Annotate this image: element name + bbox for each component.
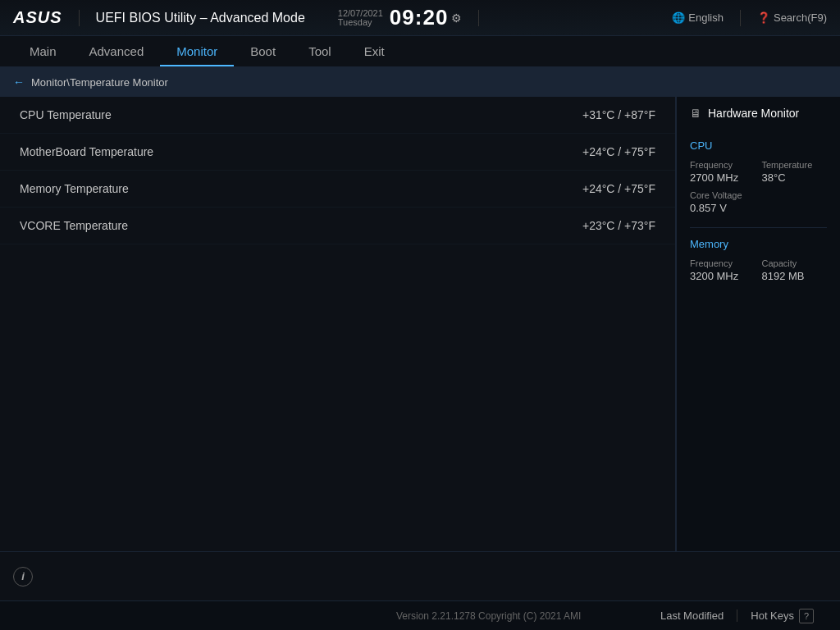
cpu-temperature-label: Temperature [762, 160, 828, 170]
time-row: 09:20 ⚙ [390, 6, 463, 30]
search-button[interactable]: ❓ Search(F9) [757, 11, 827, 24]
memory-capacity-label: Capacity [762, 258, 828, 268]
memory-frequency-label: Frequency [690, 258, 756, 268]
temperature-panel: CPU Temperature +31°C / +87°F MotherBoar… [0, 97, 676, 551]
motherboard-temperature-row: MotherBoard Temperature +24°C / +75°F [0, 134, 675, 171]
settings-icon[interactable]: ⚙ [451, 11, 462, 25]
tab-main[interactable]: Main [13, 38, 73, 66]
hot-keys-button[interactable]: Hot Keys ? [737, 609, 827, 623]
cpu-stats: Frequency 2700 MHz Temperature 38°C Core… [690, 160, 827, 214]
asus-logo-text: ASUS [13, 8, 62, 27]
cpu-temperature-value: 38°C [762, 171, 828, 184]
cpu-core-voltage-stat: Core Voltage 0.857 V [690, 190, 756, 214]
header-divider-3 [740, 10, 741, 26]
header: ASUS UEFI BIOS Utility – Advanced Mode 1… [0, 0, 840, 36]
footer-right: Last Modified Hot Keys ? [647, 609, 827, 623]
tab-boot[interactable]: Boot [234, 38, 292, 66]
cpu-frequency-stat: Frequency 2700 MHz [690, 160, 756, 184]
info-section: i [0, 551, 840, 600]
hot-keys-label: Hot Keys [751, 609, 794, 622]
version-text: Version 2.21.1278 Copyright (C) 2021 AMI [330, 610, 646, 622]
tab-monitor[interactable]: Monitor [160, 38, 234, 66]
globe-icon: 🌐 [672, 11, 685, 24]
back-arrow-icon[interactable]: ← [13, 75, 25, 89]
hw-monitor-title: Hardware Monitor [708, 107, 799, 120]
breadcrumb-path: Monitor\Temperature Monitor [31, 76, 168, 89]
search-label: Search(F9) [774, 11, 827, 24]
hot-keys-icon: ? [799, 609, 814, 623]
footer: Version 2.21.1278 Copyright (C) 2021 AMI… [0, 600, 840, 630]
cpu-frequency-label: Frequency [690, 160, 756, 170]
vcore-temperature-row: VCORE Temperature +23°C / +73°F [0, 208, 675, 244]
last-modified-button[interactable]: Last Modified [647, 609, 737, 622]
memory-temperature-row: Memory Temperature +24°C / +75°F [0, 171, 675, 208]
cpu-core-voltage-label: Core Voltage [690, 190, 756, 200]
header-divider-2 [478, 10, 479, 26]
memory-capacity-value: 8192 MB [762, 270, 828, 282]
cpu-temperature-stat: Temperature 38°C [762, 160, 828, 184]
hardware-monitor-panel: 🖥 Hardware Monitor CPU Frequency 2700 MH… [676, 97, 840, 551]
vcore-temp-value: +23°C / +73°F [524, 219, 655, 232]
monitor-icon: 🖥 [690, 107, 701, 120]
cpu-section-title: CPU [690, 139, 827, 152]
memory-capacity-stat: Capacity 8192 MB [762, 258, 828, 282]
hw-divider [690, 227, 827, 228]
asus-logo: ASUS [13, 8, 62, 27]
bios-title: UEFI BIOS Utility – Advanced Mode [96, 11, 305, 25]
motherboard-temp-label: MotherBoard Temperature [20, 145, 524, 158]
nav-tabs: Main Advanced Monitor Boot Tool Exit [0, 36, 840, 67]
info-icon[interactable]: i [13, 567, 33, 587]
language-label: English [688, 11, 724, 24]
tab-advanced[interactable]: Advanced [73, 38, 161, 66]
memory-temp-value: +24°C / +75°F [524, 182, 655, 195]
tab-tool[interactable]: Tool [292, 38, 348, 66]
breadcrumb: ← Monitor\Temperature Monitor [0, 67, 840, 97]
cpu-frequency-value: 2700 MHz [690, 171, 756, 184]
vcore-temp-label: VCORE Temperature [20, 219, 524, 232]
hw-monitor-header: 🖥 Hardware Monitor [690, 107, 827, 126]
date-display: 12/07/2021Tuesday [338, 9, 383, 27]
cpu-temp-value: +31°C / +87°F [524, 108, 655, 121]
tab-exit[interactable]: Exit [348, 38, 401, 66]
motherboard-temp-value: +24°C / +75°F [524, 145, 655, 158]
memory-temp-label: Memory Temperature [20, 182, 524, 195]
memory-frequency-value: 3200 MHz [690, 270, 756, 282]
memory-stats: Frequency 3200 MHz Capacity 8192 MB [690, 258, 827, 282]
header-right: 🌐 English ❓ Search(F9) [672, 10, 827, 26]
memory-frequency-stat: Frequency 3200 MHz [690, 258, 756, 282]
time-display: 09:20 [390, 6, 449, 30]
cpu-temperature-row: CPU Temperature +31°C / +87°F [0, 97, 675, 134]
datetime-section: 12/07/2021Tuesday [338, 9, 383, 27]
header-divider [79, 10, 80, 26]
language-button[interactable]: 🌐 English [672, 11, 724, 24]
cpu-core-voltage-value: 0.857 V [690, 202, 756, 214]
main-area: CPU Temperature +31°C / +87°F MotherBoar… [0, 97, 840, 551]
memory-section-title: Memory [690, 238, 827, 250]
cpu-temp-label: CPU Temperature [20, 108, 524, 121]
question-icon: ❓ [757, 11, 770, 24]
